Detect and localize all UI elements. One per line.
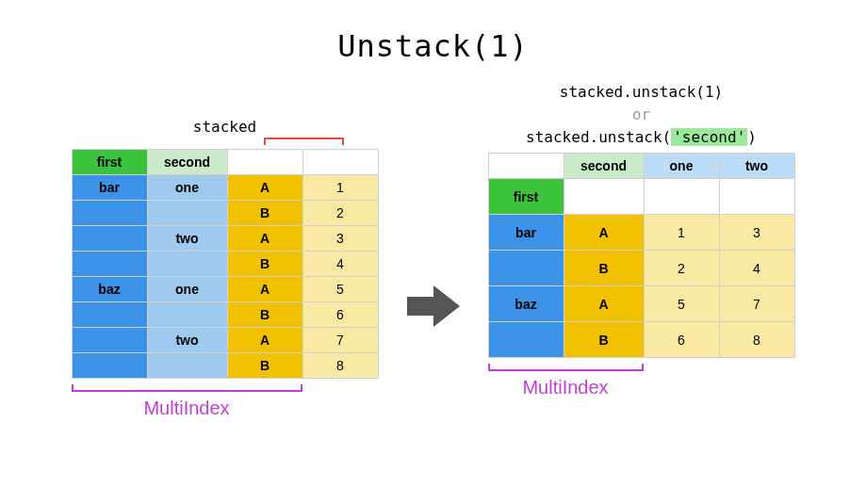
cell: B	[227, 201, 302, 226]
hdr-blank	[644, 179, 719, 215]
left-panel: stacked first second baroneA1 B2 twoA3 B…	[72, 92, 379, 419]
cell	[72, 302, 147, 328]
cell: one	[147, 175, 227, 201]
cell	[72, 226, 147, 252]
hdr-blank2	[302, 150, 378, 175]
hdr-blank1	[227, 150, 302, 175]
multiindex-label: MultiIndex	[522, 377, 608, 398]
cell: 6	[302, 302, 378, 328]
cell: 1	[644, 215, 719, 251]
cell: 2	[302, 201, 378, 226]
cell: A	[227, 277, 302, 302]
cell: B	[227, 252, 302, 277]
code-line-2b: 'second'	[671, 128, 747, 146]
right-panel: stacked.unstack(1) or stacked.unstack('s…	[488, 92, 795, 398]
hdr-one: one	[644, 154, 719, 179]
cell: 7	[719, 286, 794, 322]
cell: B	[227, 353, 302, 379]
multiindex-label: MultiIndex	[143, 398, 229, 419]
page-title: Unstack(1)	[0, 0, 866, 92]
cell	[72, 201, 147, 226]
cell: 1	[302, 175, 378, 201]
code-line-2a: stacked.unstack(	[526, 128, 671, 146]
cell: B	[564, 251, 644, 286]
cell	[147, 252, 227, 277]
code-line-1: stacked.unstack(1)	[560, 83, 723, 101]
bracket-top-icon	[264, 138, 344, 145]
cell	[488, 251, 564, 286]
bracket-icon	[72, 384, 302, 392]
cell: A	[564, 286, 644, 322]
hdr-two: two	[719, 154, 794, 179]
cell: 2	[644, 251, 719, 286]
cell: 3	[302, 226, 378, 252]
right-caption: stacked.unstack(1) or stacked.unstack('s…	[526, 81, 757, 149]
cell	[488, 322, 564, 358]
cell: A	[564, 215, 644, 251]
cell: A	[227, 328, 302, 353]
cell: two	[147, 328, 227, 353]
cell: 4	[719, 251, 794, 286]
cell	[147, 302, 227, 328]
cell: one	[147, 277, 227, 302]
code-line-2c: )	[747, 128, 757, 146]
cell: 4	[302, 252, 378, 277]
code-or: or	[632, 106, 650, 123]
cell: B	[564, 322, 644, 358]
hdr-blank	[564, 179, 644, 215]
arrow-right-icon	[407, 284, 460, 333]
cell	[147, 353, 227, 379]
cell: 5	[644, 286, 719, 322]
cell: baz	[488, 286, 564, 322]
bracket-icon	[488, 364, 644, 371]
cell	[72, 328, 147, 353]
right-table: second one two first barA13 B24 bazA57 B…	[488, 153, 795, 358]
hdr-second: second	[147, 150, 227, 175]
cell: 7	[302, 328, 378, 353]
hdr-blank	[719, 179, 794, 215]
cell: 3	[719, 215, 794, 251]
left-caption: stacked	[193, 118, 256, 136]
hdr-blank	[488, 154, 564, 179]
cell: 5	[302, 277, 378, 302]
hdr-first: first	[72, 150, 147, 175]
cell: B	[227, 302, 302, 328]
cell	[147, 201, 227, 226]
cell: bar	[488, 215, 564, 251]
cell: A	[227, 226, 302, 252]
cell: two	[147, 226, 227, 252]
cell: bar	[72, 175, 147, 201]
cell: baz	[72, 277, 147, 302]
cell	[72, 353, 147, 379]
left-table: first second baroneA1 B2 twoA3 B4 bazone…	[72, 149, 379, 379]
hdr-first: first	[488, 179, 564, 215]
cell: 8	[719, 322, 794, 358]
cell: 8	[302, 353, 378, 379]
cell: 6	[644, 322, 719, 358]
cell	[72, 252, 147, 277]
cell: A	[227, 175, 302, 201]
hdr-second: second	[564, 154, 644, 179]
